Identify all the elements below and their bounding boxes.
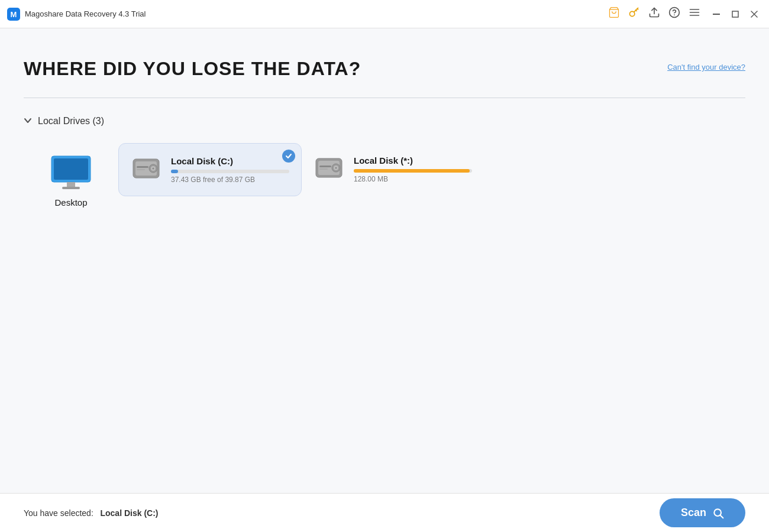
desktop-label: Desktop: [54, 197, 87, 207]
maximize-button[interactable]: [728, 7, 743, 22]
app-title: Magoshare Data Recovery 4.3 Trial: [25, 9, 608, 18]
hdd-icon-c: [131, 153, 161, 186]
chevron-down-icon[interactable]: [24, 116, 32, 126]
upload-icon[interactable]: [648, 7, 660, 21]
svg-line-33: [720, 515, 723, 518]
footer-selected-name: Local Disk (C:): [100, 508, 158, 518]
svg-rect-16: [67, 182, 75, 187]
svg-rect-17: [62, 187, 80, 189]
drive-card-local-c[interactable]: Local Disk (C:) 37.43 GB free of 39.87 G…: [118, 143, 302, 196]
drive-size-c: 37.43 GB free of 39.87 GB: [171, 176, 289, 184]
hdd-icon-star: [314, 153, 344, 186]
cant-find-link[interactable]: Can't find your device?: [667, 63, 745, 72]
toolbar-icons: [608, 7, 700, 21]
drive-name-star: Local Disk (*:): [354, 155, 472, 166]
svg-rect-24: [137, 169, 145, 170]
window-controls: [709, 7, 762, 22]
section-header: Local Drives (3): [24, 116, 745, 126]
drive-card-local-star[interactable]: Local Disk (*:) 128.00 MB: [302, 143, 484, 195]
page-title: WHERE DID YOU LOSE THE DATA?: [24, 58, 361, 80]
drive-bar-container-star: [354, 169, 472, 173]
app-logo: M: [7, 8, 20, 21]
search-icon: [712, 507, 724, 519]
svg-point-6: [674, 14, 675, 15]
footer: You have selected: Local Disk (C:) Scan: [0, 493, 769, 532]
main-content: WHERE DID YOU LOSE THE DATA? Can't find …: [0, 28, 769, 493]
desktop-icon: [50, 155, 92, 192]
svg-rect-23: [137, 166, 148, 168]
drive-name-c: Local Disk (C:): [171, 156, 289, 166]
svg-point-22: [153, 168, 154, 170]
minimize-button[interactable]: [709, 7, 724, 22]
cart-icon[interactable]: [608, 7, 620, 21]
drive-bar-c: [171, 170, 178, 173]
footer-selected-label: You have selected:: [24, 508, 93, 518]
local-drives-label: Local Drives (3): [38, 116, 104, 126]
drive-size-star: 128.00 MB: [354, 175, 472, 183]
svg-rect-15: [54, 158, 88, 180]
drive-card-desktop[interactable]: Desktop: [24, 143, 118, 219]
drives-row: Desktop: [24, 143, 745, 219]
scan-button[interactable]: Scan: [660, 498, 745, 527]
title-bar: M Magoshare Data Recovery 4.3 Trial: [0, 0, 769, 28]
svg-rect-30: [319, 166, 331, 167]
drive-info-star: Local Disk (*:) 128.00 MB: [354, 155, 472, 183]
svg-rect-31: [319, 168, 328, 170]
menu-icon[interactable]: [689, 7, 700, 21]
header: WHERE DID YOU LOSE THE DATA? Can't find …: [24, 28, 745, 98]
svg-text:M: M: [11, 10, 17, 19]
drive-bar-container-c: [171, 170, 289, 173]
section-divider: [24, 98, 745, 98]
svg-point-29: [335, 167, 337, 169]
key-icon[interactable]: [628, 7, 640, 21]
scan-button-label: Scan: [681, 507, 706, 519]
selected-checkmark: [282, 150, 295, 163]
help-icon[interactable]: [668, 7, 680, 21]
close-button[interactable]: [747, 7, 762, 22]
drive-bar-star: [354, 169, 470, 173]
footer-selected-info: You have selected: Local Disk (C:): [24, 508, 158, 518]
svg-rect-11: [732, 11, 738, 17]
drive-info-c: Local Disk (C:) 37.43 GB free of 39.87 G…: [171, 156, 289, 184]
